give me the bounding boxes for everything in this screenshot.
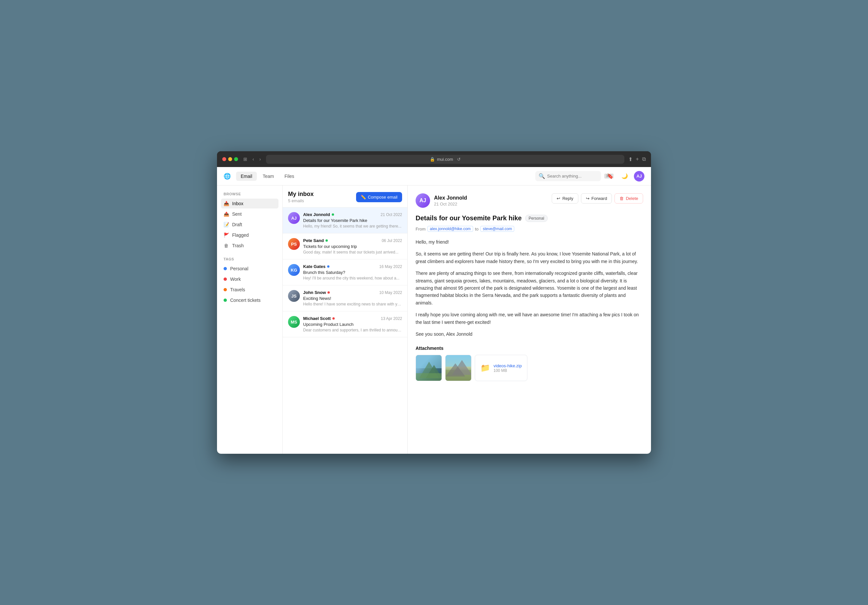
email-content-2: Pete Sand 06 Jul 2022 Tickets for our up… [303, 238, 402, 254]
email-subject-2: Tickets for our upcoming trip [303, 244, 402, 249]
sender-name-5: Michael Scott [303, 316, 331, 321]
tab-email[interactable]: Email [236, 172, 257, 181]
share-button[interactable]: ⬆ [628, 156, 632, 163]
tabs-button[interactable]: ⧉ [642, 156, 646, 163]
online-dot-5 [332, 317, 335, 320]
minimize-button[interactable] [228, 157, 232, 161]
travels-dot [223, 288, 227, 291]
tags-section: TAGS Personal Work Travels [221, 257, 279, 305]
sidebar-item-draft[interactable]: 📝 Draft [221, 220, 279, 230]
email-view: AJ Alex Jonnold 21 Oct 2022 ↩ Reply ↪ [408, 185, 651, 454]
sidebar-item-label-sent: Sent [232, 211, 242, 217]
sidebar-item-inbox[interactable]: 📥 Inbox [221, 199, 279, 208]
body-greeting: Hello, my friend! [415, 238, 643, 246]
tag-concert-tickets[interactable]: Concert tickets [221, 295, 279, 305]
body-p2: There are plenty of amazing things to se… [415, 270, 643, 306]
tab-team[interactable]: Team [258, 172, 279, 181]
email-content-5: Michael Scott 13 Apr 2022 Upcoming Produ… [303, 316, 402, 332]
email-date-5: 13 Apr 2022 [381, 316, 402, 321]
top-nav: 🌐 Email Team Files 🔍 ⌘K 🔖 🌙 AJ [217, 167, 651, 185]
attachments-title: Attachments [415, 346, 643, 351]
tag-label-work: Work [230, 276, 241, 282]
tag-personal[interactable]: Personal [221, 264, 279, 273]
bookmark-button[interactable]: 🔖 [605, 171, 615, 182]
email-item-3[interactable]: KG Kate Gates 16 May 2022 Brunch this Sa… [283, 259, 408, 285]
avatar-kate: KG [288, 264, 300, 276]
browser-chrome: ⊞ ‹ › 🔒 mui.com ↺ ⬆ + ⧉ [217, 151, 651, 167]
search-input[interactable] [547, 174, 602, 178]
file-name: videos-hike.zip [493, 363, 522, 368]
email-body: Hello, my friend! So, it seems we are ge… [415, 238, 643, 338]
delete-label: Delete [626, 196, 638, 201]
reply-label: Reply [562, 196, 573, 201]
file-info: videos-hike.zip 100 MB [493, 363, 522, 373]
photo-attachment-1[interactable] [415, 355, 442, 381]
browser-actions: ⬆ + ⧉ [628, 156, 646, 163]
email-subject-3: Brunch this Saturday? [303, 270, 402, 275]
file-attachment[interactable]: 📁 videos-hike.zip 100 MB [475, 355, 527, 381]
email-sender-2: Pete Sand [303, 238, 328, 243]
user-avatar-button[interactable]: AJ [634, 171, 645, 182]
email-date-2: 06 Jul 2022 [382, 238, 402, 243]
address-bar[interactable]: 🔒 mui.com ↺ [266, 155, 624, 164]
sidebar-toggle-button[interactable]: ⊞ [242, 156, 248, 163]
search-icon: 🔍 [539, 173, 545, 179]
online-dot-3 [327, 265, 329, 268]
sidebar-item-trash[interactable]: 🗑 Trash [221, 241, 279, 251]
new-tab-button[interactable]: + [636, 156, 639, 163]
to-email[interactable]: steve@mail.com [480, 226, 514, 232]
tag-work[interactable]: Work [221, 274, 279, 284]
compose-label: Compose email [368, 195, 397, 200]
maximize-button[interactable] [234, 157, 238, 161]
email-view-sender: AJ Alex Jonnold 21 Oct 2022 [415, 193, 467, 208]
email-view-subject: Details for our Yosemite Park hike [415, 214, 522, 222]
sidebar-item-label-draft: Draft [232, 222, 242, 227]
sidebar-item-flagged[interactable]: 🚩 Flagged [221, 230, 279, 240]
main-layout: BROWSE 📥 Inbox 📤 Sent 📝 Draft 🚩 Flagged [217, 185, 651, 454]
email-date-1: 21 Oct 2022 [381, 213, 402, 217]
dark-mode-button[interactable]: 🌙 [620, 171, 630, 182]
photo-attachment-2[interactable] [445, 355, 471, 381]
sender-date-view: 21 Oct 2022 [434, 202, 467, 206]
email-preview-4: Hello there! I have some exciting news t… [303, 302, 402, 306]
delete-icon: 🗑 [620, 196, 624, 201]
sender-name-view: Alex Jonnold [434, 195, 467, 201]
forward-button[interactable]: ↪ Forward [581, 193, 612, 203]
email-item-4[interactable]: JS John Snow 10 May 2022 Exciting News! … [283, 285, 408, 311]
email-view-header: AJ Alex Jonnold 21 Oct 2022 ↩ Reply ↪ [415, 193, 643, 208]
email-item-5[interactable]: MS Michael Scott 13 Apr 2022 Upcoming Pr… [283, 311, 408, 337]
app-content: 🌐 Email Team Files 🔍 ⌘K 🔖 🌙 AJ B [217, 167, 651, 454]
personal-dot [223, 267, 227, 270]
email-item-2[interactable]: PS Pete Sand 06 Jul 2022 Tickets for our… [283, 233, 408, 259]
close-button[interactable] [222, 157, 226, 161]
email-item-1[interactable]: AJ Alex Jonnold 21 Oct 2022 Details for … [283, 208, 408, 233]
body-sign: See you soon, Alex Jonnold [415, 330, 643, 338]
tag-travels[interactable]: Travels [221, 285, 279, 295]
reply-icon: ↩ [556, 196, 560, 201]
email-content-4: John Snow 10 May 2022 Exciting News! Hel… [303, 290, 402, 306]
email-preview-1: Hello, my friend! So, it seems that we a… [303, 224, 402, 228]
email-top-2: Pete Sand 06 Jul 2022 [303, 238, 402, 243]
avatar-john: JS [288, 290, 300, 302]
sender-info: Alex Jonnold 21 Oct 2022 [434, 195, 467, 206]
email-date-4: 10 May 2022 [380, 290, 402, 295]
back-button[interactable]: ‹ [251, 156, 256, 163]
email-top-4: John Snow 10 May 2022 [303, 290, 402, 295]
tab-files[interactable]: Files [280, 172, 299, 181]
file-size: 100 MB [493, 368, 522, 373]
online-dot-2 [326, 239, 328, 242]
from-email[interactable]: alex.jonnold@hike.com [428, 226, 473, 232]
compose-icon: ✏️ [361, 195, 366, 200]
delete-button[interactable]: 🗑 Delete [614, 193, 643, 203]
email-subject-5: Upcoming Product Launch [303, 322, 402, 327]
compose-button[interactable]: ✏️ Compose email [356, 192, 402, 202]
search-bar[interactable]: 🔍 ⌘K [535, 171, 601, 181]
email-list-header: My inbox 5 emails ✏️ Compose email [283, 185, 408, 208]
forward-button[interactable]: › [258, 156, 262, 163]
sidebar-item-sent[interactable]: 📤 Sent [221, 209, 279, 219]
sender-name-4: John Snow [303, 290, 326, 295]
reply-button[interactable]: ↩ Reply [552, 193, 578, 203]
online-dot-1 [332, 213, 334, 216]
tag-label-personal: Personal [230, 266, 248, 271]
email-top-5: Michael Scott 13 Apr 2022 [303, 316, 402, 321]
